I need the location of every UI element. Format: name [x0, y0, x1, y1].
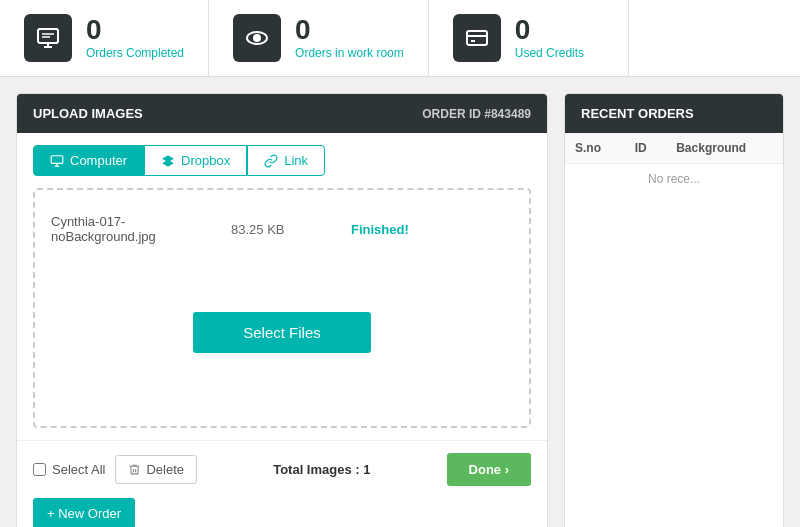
orders-workroom-number: 0 — [295, 16, 404, 44]
orders-workroom-icon — [233, 14, 281, 62]
tab-computer[interactable]: Computer — [33, 145, 144, 176]
used-credits-icon — [453, 14, 501, 62]
tab-dropbox[interactable]: Dropbox — [144, 145, 247, 176]
orders-completed-info: 0 Orders Completed — [86, 16, 184, 60]
svg-rect-0 — [38, 29, 58, 43]
svg-point-6 — [254, 35, 260, 41]
new-order-button[interactable]: + New Order — [33, 498, 135, 527]
select-files-button[interactable]: Select Files — [193, 312, 371, 353]
main-content: UPLOAD IMAGES ORDER ID #843489 Computer … — [0, 77, 800, 527]
order-id: ORDER ID #843489 — [422, 107, 531, 121]
upload-section: UPLOAD IMAGES ORDER ID #843489 Computer … — [16, 93, 548, 527]
used-credits-label: Used Credits — [515, 46, 584, 60]
select-all-checkbox-label[interactable]: Select All — [33, 462, 105, 477]
orders-completed-label: Orders Completed — [86, 46, 184, 60]
drop-zone[interactable]: Cynthia-017-noBackground.jpg 83.25 KB Fi… — [33, 188, 531, 428]
select-all-checkbox[interactable] — [33, 463, 46, 476]
file-item: Cynthia-017-noBackground.jpg 83.25 KB Fi… — [51, 206, 513, 252]
done-button[interactable]: Done › — [447, 453, 531, 486]
recent-orders-section: RECENT ORDERS S.no ID Background No rece… — [564, 93, 784, 527]
upload-header: UPLOAD IMAGES ORDER ID #843489 — [17, 94, 547, 133]
svg-rect-10 — [51, 155, 63, 163]
used-credits-info: 0 Used Credits — [515, 16, 584, 60]
upload-title: UPLOAD IMAGES — [33, 106, 143, 121]
table-header-row: S.no ID Background — [565, 133, 783, 164]
col-sno: S.no — [565, 133, 625, 164]
orders-workroom-info: 0 Orders in work room — [295, 16, 404, 60]
col-id: ID — [625, 133, 667, 164]
file-size: 83.25 KB — [231, 222, 311, 237]
delete-button[interactable]: Delete — [115, 455, 197, 484]
used-credits-number: 0 — [515, 16, 584, 44]
recent-orders-header: RECENT ORDERS — [565, 94, 783, 133]
orders-workroom-label: Orders in work room — [295, 46, 404, 60]
stats-row: 0 Orders Completed 0 Orders in work room… — [0, 0, 800, 77]
upload-tabs: Computer Dropbox Link — [17, 133, 547, 176]
total-images: Total Images : 1 — [273, 462, 370, 477]
no-records: No rece... — [565, 164, 783, 195]
file-name: Cynthia-017-noBackground.jpg — [51, 214, 191, 244]
stat-used-credits: 0 Used Credits — [429, 0, 629, 76]
table-row: No rece... — [565, 164, 783, 195]
tab-link[interactable]: Link — [247, 145, 325, 176]
orders-completed-icon — [24, 14, 72, 62]
svg-rect-7 — [467, 31, 487, 45]
col-background: Background — [666, 133, 783, 164]
recent-orders-table: S.no ID Background No rece... — [565, 133, 783, 194]
upload-footer: Select All Delete Total Images : 1 Done … — [17, 440, 547, 498]
orders-completed-number: 0 — [86, 16, 184, 44]
footer-left: Select All Delete — [33, 455, 197, 484]
file-status: Finished! — [351, 222, 409, 237]
stat-orders-completed: 0 Orders Completed — [0, 0, 209, 76]
svg-marker-14 — [162, 159, 174, 166]
stat-orders-workroom: 0 Orders in work room — [209, 0, 429, 76]
